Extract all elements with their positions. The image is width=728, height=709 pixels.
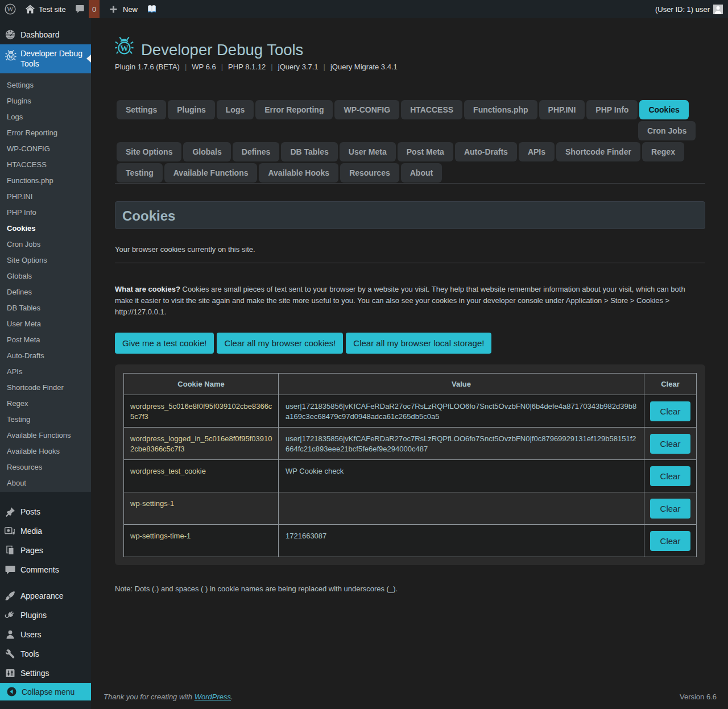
svg-text:W: W bbox=[9, 54, 14, 60]
svg-text:W: W bbox=[120, 44, 129, 53]
svg-text:W: W bbox=[7, 5, 14, 13]
